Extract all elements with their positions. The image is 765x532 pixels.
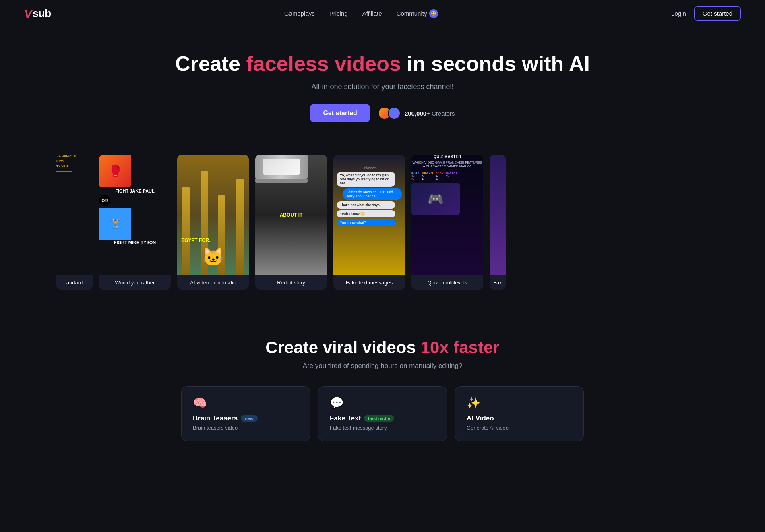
card-partial-right-label: Fak xyxy=(490,275,506,290)
fake-text-bubbles: Unknown Yo, what did you do to my girl? … xyxy=(337,158,402,226)
section2-title: Create viral videos 10x faster xyxy=(24,338,741,357)
avatar-2 xyxy=(388,107,401,120)
ai-video-icon: ✨ xyxy=(467,396,572,410)
section2-subtitle: Are you tired of spending hours on manua… xyxy=(24,362,741,370)
cinematic-text: EGYPT FOR. xyxy=(181,238,211,243)
carousel-section: RA VEHICLE ILITY TY VAN andard 🥊 FIGHT J… xyxy=(0,139,765,306)
fake-text-badge: best niche xyxy=(364,415,394,422)
card-cinematic-label: AI video - cinematic xyxy=(177,275,249,290)
feature-card-ai-video[interactable]: ✨ AI Video Generate AI video xyxy=(455,386,584,441)
hero-get-started-button[interactable]: Get started xyxy=(310,104,370,122)
fake-text-icon: 💬 xyxy=(330,396,435,410)
brain-teasers-icon: 🧠 xyxy=(193,396,298,410)
card-wyr[interactable]: 🥊 FIGHT JAKE PAUL OR 🏋️ FIGHT MIKE TYSON… xyxy=(99,155,171,290)
nav-affiliate[interactable]: Affiliate xyxy=(362,10,382,17)
brain-teasers-badge: new xyxy=(241,415,257,422)
section2-title-highlight: 10x faster xyxy=(421,338,500,357)
logo[interactable]: V sub xyxy=(24,7,51,21)
login-button[interactable]: Login xyxy=(671,10,686,17)
quiz-question: WHICH VIDEO GAME FRANCHISE FEATURES A CH… xyxy=(411,161,483,168)
creators-text: 200,000+ Creators xyxy=(405,110,455,117)
avatar-stack xyxy=(378,107,401,120)
feature-cards: 🧠 Brain Teasers new Brain teasers video … xyxy=(24,386,741,441)
fake-text-desc: Fake text message story xyxy=(330,425,435,431)
logo-name: sub xyxy=(33,7,51,20)
card-reddit[interactable]: ABOUT IT Reddit story xyxy=(255,155,327,290)
creators-info: 200,000+ Creators xyxy=(378,107,455,120)
brain-teasers-title: Brain Teasers new xyxy=(193,414,298,422)
wyr-or: OR xyxy=(99,195,110,206)
wyr-title1: FIGHT JAKE PAUL xyxy=(99,188,171,193)
reddit-overlay-text: ABOUT IT xyxy=(280,212,303,218)
brain-teasers-desc: Brain teasers video xyxy=(193,425,298,431)
card-standard-partial[interactable]: RA VEHICLE ILITY TY VAN andard xyxy=(56,155,93,290)
navbar: V sub Gameplays Pricing Affiliate Commun… xyxy=(0,0,765,27)
hero-section: Create faceless videos in seconds with A… xyxy=(0,27,765,139)
card-partial-right: Fak xyxy=(490,155,506,290)
nav-get-started-button[interactable]: Get started xyxy=(694,6,741,21)
carousel-track: RA VEHICLE ILITY TY VAN andard 🥊 FIGHT J… xyxy=(0,155,765,290)
hero-title-highlight: faceless videos xyxy=(246,52,401,75)
card-fake-text-label: Fake text messages xyxy=(333,275,405,290)
card-cinematic[interactable]: 🐱 EGYPT FOR. AI video - cinematic xyxy=(177,155,249,290)
card-quiz-label: Quiz - multilevels xyxy=(411,275,483,290)
card-fake-text[interactable]: Unknown Yo, what did you do to my girl? … xyxy=(333,155,405,290)
hero-cta: Get started 200,000+ Creators xyxy=(8,104,757,122)
ai-video-desc: Generate AI video xyxy=(467,425,572,431)
hero-subtitle: All-in-one solution for your faceless ch… xyxy=(8,83,757,91)
fake-text-title: Fake Text best niche xyxy=(330,414,435,422)
nav-community[interactable]: Community 😀 xyxy=(397,9,438,18)
nav-right: Login Get started xyxy=(671,6,741,21)
wyr-fighter1: 🥊 xyxy=(99,155,131,187)
card-quiz[interactable]: QUIZ MASTER WHICH VIDEO GAME FRANCHISE F… xyxy=(411,155,483,290)
hero-title: Create faceless videos in seconds with A… xyxy=(8,51,757,76)
nav-pricing[interactable]: Pricing xyxy=(329,10,348,17)
feature-card-brain-teasers[interactable]: 🧠 Brain Teasers new Brain teasers video xyxy=(181,386,310,441)
quiz-title: QUIZ MASTER xyxy=(411,155,483,159)
nav-gameplays[interactable]: Gameplays xyxy=(284,10,315,17)
logo-v: V xyxy=(24,7,32,21)
ai-video-title: AI Video xyxy=(467,414,572,422)
nav-links: Gameplays Pricing Affiliate Community 😀 xyxy=(284,9,438,18)
card-standard-label: andard xyxy=(56,275,93,290)
discord-icon: 😀 xyxy=(429,9,438,18)
feature-card-fake-text[interactable]: 💬 Fake Text best niche Fake text message… xyxy=(318,386,447,441)
section2: Create viral videos 10x faster Are you t… xyxy=(0,306,765,457)
wyr-title2: FIGHT MIKE TYSON xyxy=(99,240,171,245)
card-reddit-label: Reddit story xyxy=(255,275,327,290)
wyr-fighter2-img: 🏋️ xyxy=(99,208,131,240)
card-wyr-label: Would you rather xyxy=(99,275,171,290)
